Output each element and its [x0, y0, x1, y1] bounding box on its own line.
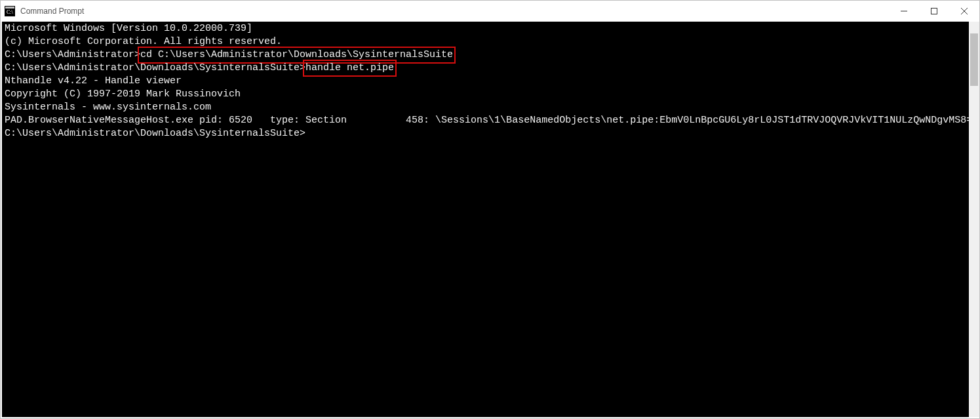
window-title: Command Prompt [20, 7, 889, 16]
titlebar[interactable]: C:\ Command Prompt [1, 1, 979, 22]
svg-line-6 [961, 8, 968, 14]
terminal-line: (c) Microsoft Corporation. All rights re… [5, 35, 969, 49]
scrollbar-thumb[interactable] [970, 33, 978, 86]
highlighted-command: cd C:\Users\Administrator\Downloads\Sysi… [139, 48, 454, 62]
vertical-scrollbar[interactable] [969, 22, 979, 417]
content-area: Microsoft Windows [Version 10.0.22000.73… [1, 22, 979, 418]
terminal-output[interactable]: Microsoft Windows [Version 10.0.22000.73… [2, 22, 969, 417]
terminal-line: PAD.BrowserNativeMessageHost.exe pid: 65… [5, 114, 969, 127]
command-prompt-window: C:\ Command Prompt Microsoft Windows [Ve… [0, 0, 980, 419]
prompt-text: C:\Users\Administrator\Downloads\Sysinte… [5, 62, 305, 73]
terminal-line: Microsoft Windows [Version 10.0.22000.73… [5, 22, 969, 35]
terminal-line: Copyright (C) 1997-2019 Mark Russinovich [5, 88, 969, 101]
svg-line-5 [961, 8, 968, 14]
terminal-line: C:\Users\Administrator>cd C:\Users\Admin… [5, 49, 969, 62]
cmd-icon: C:\ [5, 6, 15, 16]
svg-rect-4 [931, 9, 937, 14]
maximize-button[interactable] [919, 1, 949, 22]
prompt-text: C:\Users\Administrator> [5, 49, 140, 60]
terminal-line: Nthandle v4.22 - Handle viewer [5, 75, 969, 88]
close-button[interactable] [949, 1, 979, 22]
terminal-line: C:\Users\Administrator\Downloads\Sysinte… [5, 127, 969, 140]
minimize-button[interactable] [889, 1, 919, 22]
terminal-line: C:\Users\Administrator\Downloads\Sysinte… [5, 62, 969, 75]
svg-text:C:\: C:\ [7, 9, 14, 15]
highlighted-command: handle net.pipe [304, 61, 395, 75]
terminal-line: Sysinternals - www.sysinternals.com [5, 101, 969, 114]
window-controls [889, 1, 979, 22]
svg-rect-1 [5, 7, 14, 9]
